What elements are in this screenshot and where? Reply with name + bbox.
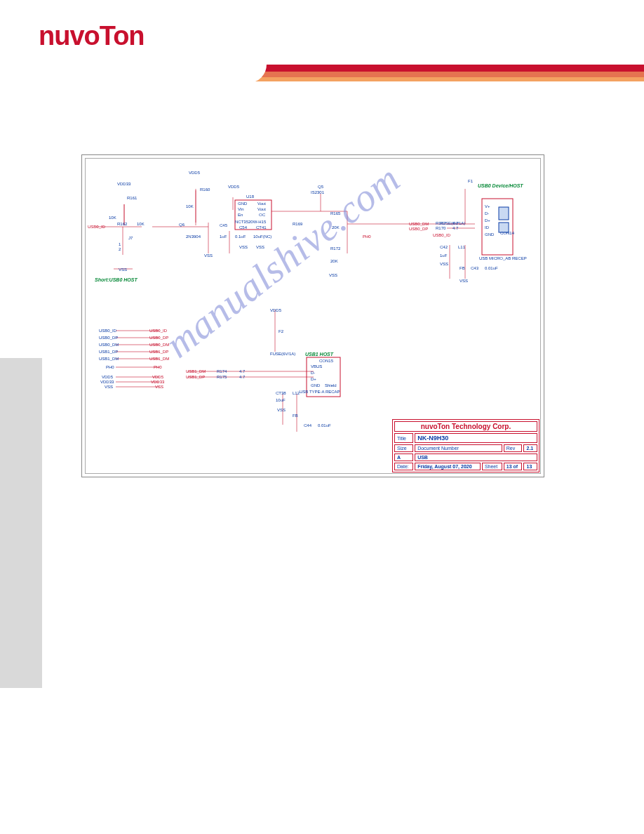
con14-p1: V+ [485,204,490,208]
usb1-section-label: USB1 HOST [305,352,333,357]
title-block: nuvoTon Technology Corp. Title NK-N9H30 … [392,419,539,472]
net-usb0-dp-r: USB0_DP [149,336,168,340]
con14-p4: ID [485,225,489,230]
net-vdd33-l: VDD33 [100,380,114,384]
con15-type: USB TYPE-A RECAP [300,390,340,394]
vss-4: VSS [256,245,264,249]
r160-ref: R160 [200,187,210,192]
con15-p1: VBUS [311,364,322,369]
net-usb1-dm-r: USB1_DM [149,357,169,361]
usb1-dp: USB1_DP [186,375,205,379]
r170-ref: R170 [436,226,445,230]
u18-p6: OC [259,213,265,217]
j7-ref: J7 [128,236,133,240]
tb-size: A [394,454,413,461]
vdd5-c: VDD5 [270,308,281,312]
vss-1: VSS [119,267,127,272]
net-usb0-dm-r: USB0_DM [149,343,169,347]
tb-of: 13 [523,463,537,470]
net-usb0-dm-l: USB0_DM [99,343,119,347]
r175-val: 4.7 [239,375,245,379]
header-band [0,65,644,93]
con14: CON14 [500,231,514,235]
tb-rev-label: Rev [504,444,523,452]
c43-val: 0.01uF [485,266,498,270]
tb-sheet: 13 [507,464,512,469]
page-header: nuvoTon [0,0,644,98]
net-vdd33-r: VDD33 [151,380,164,384]
con15-p4: GND [311,383,320,388]
r165-val: 20K [332,225,340,230]
u18-p5: Vout [257,207,266,211]
usb1-dm: USB1_DM [186,369,206,373]
ct41-val: 10uF(NC) [253,234,271,239]
r162-val: 10K [137,222,145,226]
tb-title-label: Title [394,433,413,443]
con15: CON15 [319,359,333,363]
net-vss-r: VSS [155,385,163,389]
r167-val: 4.7 [452,221,458,225]
c42-val: 1uF [440,253,447,258]
tb-date-label: Date: [394,463,413,470]
net-vdd5-l: VDD5 [102,375,113,379]
vss-6: VSS [440,262,448,266]
r174-ref: R174 [217,369,227,373]
usb1-fuse: FUSE(6V/1A) [270,352,295,356]
q6-ref: Q6 [179,223,185,227]
r172-val: 20K [330,259,338,263]
vss-8: VSS [277,408,286,412]
net-usb0-id-r: USB0_ID [149,329,167,333]
j7-pin2: 2 [119,247,121,251]
net-usb1-dm-l: USB1_DM [99,357,119,361]
net-usb0-dp-l: USB0_DP [99,336,118,340]
tb-docnum-label: Document Number [415,444,502,452]
net-ph0-l: PH0 [106,365,114,369]
f2-ref: F2 [279,329,283,333]
vdd5-a: VDD5 [189,171,200,175]
c54-val: 0.1uF [235,234,246,239]
net-vss-l: VSS [105,385,113,389]
u18-p2: Vin [238,207,244,211]
vss-2: VSS [204,253,213,258]
q5-part: IS2301 [311,190,324,194]
r170-val: 4.7 [452,226,458,230]
vss-5: VSS [329,273,337,277]
r162-ref: R162 [117,222,127,226]
con14-p2: D- [485,211,489,216]
r172-ref: R172 [330,246,340,251]
l12-ref: L12 [293,391,300,395]
con15-p2: D- [311,371,315,375]
u18-ref: U18 [246,194,254,199]
net-usb1-dp-l: USB1_DP [99,350,118,354]
c44-ref: C44 [304,423,311,428]
ct38-ref: CT38 [276,391,286,395]
f1-ref: F1 [468,179,473,183]
usb0-id: USB0_ID [433,233,450,237]
tb-date: Friday, August 07, 2020 [415,463,481,470]
con15-p3: D+ [311,377,316,381]
nuvoton-logo: nuvoTon [39,21,145,51]
l12-fb: FB [293,413,298,418]
u18-part: NCT3520W-H15 [235,220,266,224]
r160-val: 10K [186,204,194,208]
tb-of-label: of [514,464,518,469]
tb-sheet-label: Sheet [482,463,502,470]
c44-val: 0.01uF [318,423,331,428]
net-usb1-dp-r: USB1_DP [149,350,168,354]
usb0-id-net: USB0_ID [88,225,105,229]
l11-fb: FB [459,266,465,270]
tb-title: NK-N9H30 [415,433,537,443]
r174-val: 4.7 [239,369,245,373]
con14-type: USB MICRO_AB RECEP [479,256,527,260]
u18-p4: Vout [257,201,266,206]
r167-ref: R167 [436,221,445,225]
net-ph0-r: PH0 [154,365,162,369]
r175-ref: R175 [217,375,227,379]
ct38-val: 10uF [276,398,286,402]
c45-ref: C45 [220,223,227,227]
con14-p5: GND [485,232,494,237]
short-usb0-host-label: Short:USB0 HOST [95,277,137,282]
q5-ref: Q5 [318,185,323,189]
grey-sidebar [0,358,42,688]
con15-p5: Shield [325,383,337,388]
